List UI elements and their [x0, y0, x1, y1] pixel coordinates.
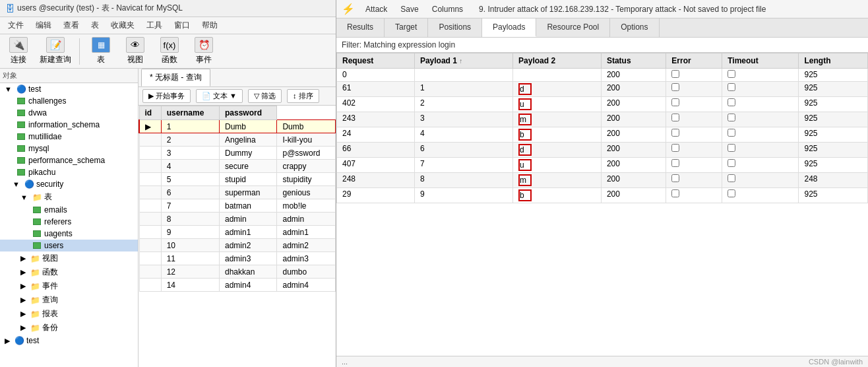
sidebar-item-challenges[interactable]: challenges [0, 95, 138, 107]
results-header-row: Request Payload 1 ↑ Payload 2 Status Err… [337, 53, 868, 69]
col-header-id: id [139, 106, 161, 120]
sidebar-item-users[interactable]: users [0, 240, 138, 251]
col-request[interactable]: Request [337, 53, 415, 69]
col-length[interactable]: Length [799, 53, 868, 69]
filter-button[interactable]: ▽ 筛选 [248, 89, 282, 103]
table-row[interactable]: 3Dummyp@ssword [139, 147, 336, 160]
bottom-status: ... CSDN @lainwith [336, 356, 868, 367]
sort-label: ↕ 排序 [293, 91, 313, 101]
table-row[interactable]: 10admin2admin2 [139, 239, 336, 252]
table-row[interactable]: ▶1DumbDumb [139, 120, 336, 133]
toolbar-divider-1 [79, 38, 80, 65]
new-query-button[interactable]: 📝 新建查询 [40, 37, 71, 65]
event-button[interactable]: ⏰ 事件 [191, 37, 217, 65]
table-row[interactable]: 7batmanmob!le [139, 199, 336, 213]
text-button[interactable]: 📄 文本 ▼ [196, 89, 243, 103]
results-row[interactable]: 2433m200925 [337, 112, 868, 127]
window-title: users @security (test) - 表 - Navicat for… [17, 3, 183, 14]
sort-arrow-icon: ↑ [459, 57, 462, 65]
col-status[interactable]: Status [601, 53, 666, 69]
table-row[interactable]: 9admin1admin1 [139, 226, 336, 239]
sidebar-item-information_schema[interactable]: information_schema [0, 119, 138, 131]
sidebar-item-事件[interactable]: ▶📁事件 [0, 279, 138, 293]
sidebar-item-dvwa[interactable]: dvwa [0, 107, 138, 119]
menu-table[interactable]: 表 [86, 18, 104, 32]
function-icon: f(x) [160, 37, 179, 53]
col-error[interactable]: Error [666, 53, 722, 69]
table-row[interactable]: 14admin4admin4 [139, 279, 336, 292]
sidebar-item-security[interactable]: ▼🔵security [0, 178, 138, 190]
dots-indicator: ... [342, 358, 348, 366]
results-table-wrap: Request Payload 1 ↑ Payload 2 Status Err… [336, 53, 868, 356]
table-row[interactable]: 8adminadmin [139, 213, 336, 226]
menu-file[interactable]: 文件 [3, 18, 29, 32]
sidebar-item-表[interactable]: ▼📁表 [0, 190, 138, 204]
col-payload1[interactable]: Payload 1 ↑ [414, 53, 512, 69]
title-bar: 🗄 users @security (test) - 表 - Navicat f… [0, 0, 336, 17]
payload2-redbox: m [518, 114, 532, 125]
sidebar-item-视图[interactable]: ▶📁视图 [0, 251, 138, 265]
tab-options[interactable]: Options [610, 18, 659, 37]
results-row[interactable]: 666d200925 [337, 143, 868, 158]
table-row[interactable]: 4securecrappy [139, 160, 336, 173]
results-row[interactable]: 0200925 [337, 69, 868, 82]
table-button[interactable]: ▦ 表 [88, 37, 114, 65]
col-payload2[interactable]: Payload 2 [513, 53, 602, 69]
menu-favorites[interactable]: 收藏夹 [106, 18, 140, 32]
sidebar-item-emails[interactable]: emails [0, 204, 138, 216]
sidebar-item-test[interactable]: ▼🔵test [0, 83, 138, 95]
tab-positions[interactable]: Positions [428, 18, 482, 37]
toolbar: 🔌 连接 📝 新建查询 ▦ 表 👁 视图 f(x) 函数 ⏰ 事件 [0, 34, 336, 69]
sidebar-item-referers[interactable]: referers [0, 216, 138, 228]
burp-save-menu[interactable]: Save [395, 3, 423, 15]
menu-help[interactable]: 帮助 [197, 18, 223, 32]
col-timeout[interactable]: Timeout [722, 53, 799, 69]
results-row[interactable]: 2488m200248 [337, 173, 868, 188]
begin-transaction-button[interactable]: ▶ 开始事务 [142, 89, 191, 103]
sidebar-item-查询[interactable]: ▶📁查询 [0, 293, 138, 307]
connect-button[interactable]: 🔌 连接 [5, 37, 32, 65]
menu-edit[interactable]: 编辑 [30, 18, 57, 32]
tree-icon-security: ▼ [13, 180, 20, 188]
query-tab[interactable]: * 无标题 - 查询 [141, 69, 210, 86]
table-row[interactable]: 6supermangenious [139, 186, 336, 199]
table-row[interactable]: 5stupidstupidity [139, 173, 336, 186]
tree-label-referers: referers [44, 217, 71, 226]
tree-label-事件: 事件 [42, 281, 58, 292]
tab-results[interactable]: Results [336, 18, 385, 37]
burp-attack-menu[interactable]: Attack [360, 3, 392, 15]
table-row[interactable]: 11admin3admin3 [139, 252, 336, 265]
sort-button[interactable]: ↕ 排序 [287, 89, 319, 103]
sidebar-item-performance_schema[interactable]: performance_schema [0, 154, 138, 166]
tab-target[interactable]: Target [385, 18, 428, 37]
sidebar-item-mutillidae[interactable]: mutillidae [0, 131, 138, 143]
sidebar-item-mysql[interactable]: mysql [0, 143, 138, 154]
table-row[interactable]: 2AngelinaI-kill-you [139, 133, 336, 147]
burp-columns-menu[interactable]: Columns [427, 3, 468, 15]
results-row[interactable]: 4022u200925 [337, 97, 868, 112]
tab-resource-pool[interactable]: Resource Pool [536, 18, 610, 37]
sidebar-item-备份[interactable]: ▶📁备份 [0, 321, 138, 335]
results-row[interactable]: 244b200925 [337, 127, 868, 143]
menu-tools[interactable]: 工具 [141, 18, 168, 32]
payload2-redbox: b [518, 129, 532, 141]
sidebar-item-test[interactable]: ▶🔵test [0, 335, 138, 347]
sidebar-item-报表[interactable]: ▶📁报表 [0, 307, 138, 321]
results-row[interactable]: 611d200925 [337, 82, 868, 97]
tab-payloads[interactable]: Payloads [482, 18, 536, 37]
menu-view[interactable]: 查看 [58, 18, 84, 32]
menu-window[interactable]: 窗口 [169, 18, 195, 32]
sidebar-item-pikachu[interactable]: pikachu [0, 166, 138, 178]
content-area: * 无标题 - 查询 ▶ 开始事务 📄 文本 ▼ ▽ 筛选 ↕ 排序 [139, 69, 336, 367]
event-label: 事件 [196, 54, 212, 65]
tree-label-函数: 函数 [42, 267, 58, 278]
sidebar-item-函数[interactable]: ▶📁函数 [0, 265, 138, 279]
table-row[interactable]: 12dhakkandumbo [139, 265, 336, 279]
results-row[interactable]: 299b200925 [337, 188, 868, 203]
function-button[interactable]: f(x) 函数 [156, 37, 183, 65]
sidebar-item-uagents[interactable]: uagents [0, 228, 138, 240]
tree-icon-视图: ▶ [20, 254, 26, 263]
tree-label-查询: 查询 [42, 294, 58, 306]
view-button[interactable]: 👁 视图 [122, 37, 148, 65]
results-row[interactable]: 4077u200925 [337, 158, 868, 173]
